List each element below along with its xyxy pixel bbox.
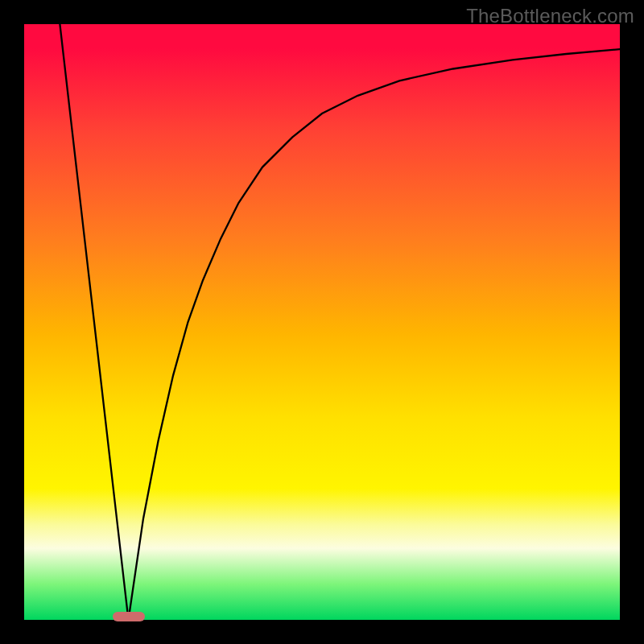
plot-area (24, 24, 620, 620)
watermark-text: TheBottleneck.com (466, 5, 634, 27)
curve-right-arc (129, 49, 621, 620)
chart-frame: TheBottleneck.com (0, 0, 644, 644)
bottleneck-marker (113, 612, 145, 621)
chart-curve (24, 24, 620, 620)
curve-left-line (60, 24, 128, 620)
